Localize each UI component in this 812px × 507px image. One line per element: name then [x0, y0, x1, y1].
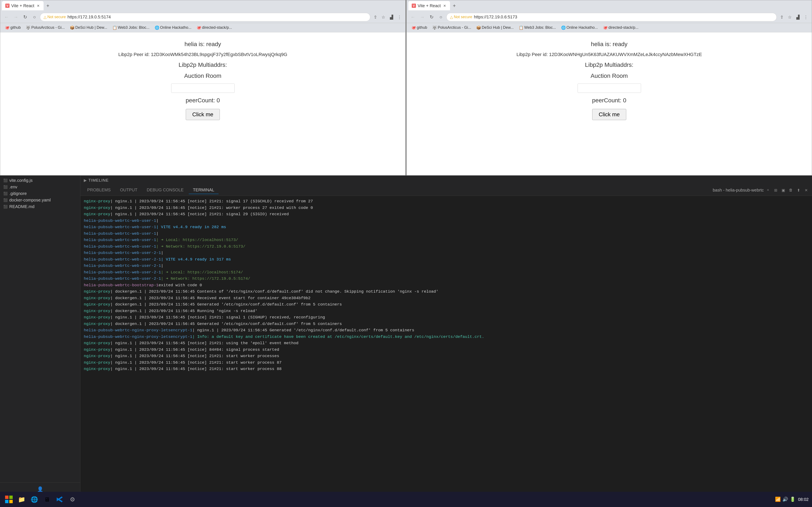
taskbar-terminal[interactable]: 🖥 [42, 494, 52, 505]
bookmark-github-left[interactable]: 🐙 github [3, 24, 23, 31]
vscode-main: ▶ TIMELINE PROBLEMS OUTPUT DEBUG CONSOLE… [81, 175, 812, 507]
peer-id-right: Libp2p Peer id: 12D3KooWNHgUn5K63fUAZAKU… [516, 52, 702, 57]
nav-icons-left: ⇧ ☆ ▟ ⋮ [372, 14, 403, 20]
terminal-prefix: nginx-proxy [84, 211, 110, 217]
forward-btn-right[interactable]: → [418, 13, 426, 21]
bookmark-icon-right-2: 📦 [476, 25, 481, 30]
tab-debug-console[interactable]: DEBUG CONSOLE [142, 186, 188, 194]
terminal-log-content: | dockergen.1 | 2023/09/24 11:56:45 Cont… [110, 289, 438, 295]
refresh-btn-left[interactable]: ↻ [21, 13, 29, 21]
home-btn-right[interactable]: ○ [437, 13, 445, 21]
vscode-sidebar: ⬛ vite.config.js ⬛ .env ⬛ .gitignore ⬛ d… [0, 175, 81, 507]
env-icon: ⬛ [3, 185, 8, 189]
terminal-prefix: helia-pubsub-webrtc-web-user-2-1 [84, 257, 161, 263]
taskbar-settings-2[interactable]: ⚙ [67, 494, 78, 505]
terminal-log-content: | nginx.1 | 2023/09/24 11:56:45 [notice]… [110, 205, 313, 211]
terminal-content[interactable]: nginx-proxy | nginx.1 | 2023/09/24 11:56… [81, 196, 812, 507]
terminal-line: nginx-proxy | dockergen.1 | 2023/09/24 1… [84, 321, 809, 327]
terminal-log-content: | VITE v4.4.9 ready in 282 ms [156, 224, 226, 230]
new-tab-btn-right[interactable]: + [450, 2, 458, 9]
bookmark-desci-left[interactable]: 📦 DeSci Hub | Dew... [68, 24, 109, 31]
star-icon-right[interactable]: ☆ [786, 14, 793, 20]
timeline-section[interactable]: ▶ TIMELINE [81, 175, 812, 185]
bookmark-icon-right-1: 🐺 [432, 25, 437, 30]
bookmark-web3-right[interactable]: 📋 Web3 Jobs: Bloc... [517, 24, 558, 31]
bookmark-polus-right[interactable]: 🐺 PolusArcticus - Gi... [430, 24, 473, 31]
bookmark-desci-right[interactable]: 📦 DeSci Hub | Dew... [474, 24, 516, 31]
menu-icon-right[interactable]: ⋮ [803, 14, 809, 20]
file-item-gitignore[interactable]: ⬛ .gitignore [0, 190, 80, 197]
timeline-label: TIMELINE [89, 178, 109, 183]
svg-rect-0 [5, 496, 8, 499]
file-item-viteconfig[interactable]: ⬛ vite.config.js [0, 177, 80, 184]
star-icon-left[interactable]: ☆ [380, 14, 387, 20]
add-terminal-icon[interactable]: + [765, 187, 771, 194]
bookmark-directed-right[interactable]: 🐙 directed-stack/p... [601, 24, 641, 31]
address-bar-right[interactable]: △ Not secure https://172.19.0.6:5173 [446, 13, 777, 21]
maximize-panel-icon[interactable]: ⬆ [795, 187, 802, 194]
svg-rect-2 [5, 500, 8, 503]
taskbar-chromium[interactable]: 🌐 [29, 494, 40, 505]
terminal-line: helia-pubsub-webrtc-nginx-proxy-letsencr… [84, 334, 809, 340]
svg-rect-3 [9, 500, 13, 503]
bookmark-icon-left-4: 🌐 [155, 25, 159, 30]
bookmark-web3-left[interactable]: 📋 Web3 Jobs: Bloc... [110, 24, 152, 31]
tab-problems[interactable]: PROBLEMS [83, 186, 115, 194]
network-sys-icon[interactable]: 📶 [775, 497, 781, 502]
close-panel-icon[interactable]: ✕ [803, 187, 809, 194]
terminal-log-content: | nginx.1 | 2023/09/24 11:56:45 [notice]… [110, 353, 279, 359]
share-icon-left[interactable]: ⇧ [372, 14, 379, 20]
click-me-btn-left[interactable]: Click me [186, 109, 220, 120]
tab-terminal[interactable]: TERMINAL [189, 186, 218, 194]
bookmark-icon-left-2: 📦 [70, 25, 74, 30]
file-item-readme[interactable]: ⬛ README.md [0, 204, 80, 210]
terminal-prefix: helia-pubsub-webrtc-web-user-2-1 [84, 276, 161, 282]
taskbar-clock[interactable]: 08:02 [798, 497, 809, 502]
terminal-prefix: nginx-proxy [84, 347, 110, 353]
trash-icon[interactable]: 🗑 [788, 187, 794, 194]
bookmark-hackathon-left[interactable]: 🌐 Online Hackatho... [153, 24, 194, 31]
taskbar-vscode[interactable] [54, 494, 65, 505]
terminal-prefix: nginx-proxy [84, 289, 110, 295]
menu-icon-left[interactable]: ⋮ [396, 14, 403, 20]
extensions-icon-right[interactable]: ▟ [795, 14, 801, 20]
bookmarks-bar-right: 🐙 github 🐺 PolusArcticus - Gi... 📦 DeSci… [407, 23, 812, 32]
bookmark-icon-right-4: 🌐 [561, 25, 566, 30]
back-btn-right[interactable]: ← [409, 13, 417, 21]
back-btn-left[interactable]: ← [3, 13, 10, 21]
peer-count-left: peerCount: 0 [186, 97, 220, 104]
click-me-btn-right[interactable]: Click me [592, 109, 626, 120]
bookmark-polus-left[interactable]: 🐺 PolusArcticus - Gi... [24, 24, 67, 31]
forward-btn-left[interactable]: → [12, 13, 20, 21]
split-terminal-icon[interactable]: ⊞ [772, 187, 779, 194]
home-btn-left[interactable]: ○ [31, 13, 38, 21]
refresh-btn-right[interactable]: ↻ [428, 13, 436, 21]
taskbar-files[interactable]: 📁 [16, 494, 27, 505]
tab-left[interactable]: V Vite + React ✕ [2, 1, 44, 10]
address-bar-left[interactable]: △ Not secure https://172.19.0.5:5174 [40, 13, 370, 21]
terminal-prefix: nginx-proxy [84, 353, 110, 359]
svg-rect-1 [9, 496, 13, 499]
tab-right[interactable]: V Vite + React ✕ [408, 1, 450, 10]
layout-icon[interactable]: ▣ [780, 187, 786, 194]
bookmark-directed-left[interactable]: 🐙 directed-stack/p... [194, 24, 234, 31]
file-item-docker[interactable]: ⬛ docker-compose.yaml [0, 197, 80, 204]
new-tab-btn-left[interactable]: + [44, 2, 52, 9]
share-icon-right[interactable]: ⇧ [778, 14, 785, 20]
file-item-env[interactable]: ⬛ .env [0, 184, 80, 190]
terminal-line: nginx-proxy | nginx.1 | 2023/09/24 11:56… [84, 347, 809, 353]
auction-room-input-right[interactable] [577, 83, 641, 93]
auction-room-input-left[interactable] [171, 83, 235, 93]
bookmark-github-right[interactable]: 🐙 github [409, 24, 429, 31]
bookmark-hackathon-right[interactable]: 🌐 Online Hackatho... [559, 24, 600, 31]
extensions-icon-left[interactable]: ▟ [388, 14, 395, 20]
terminal-prefix: helia-pubsub-webrtc-web-user-2-1 [84, 269, 161, 276]
battery-sys-icon[interactable]: 🔋 [790, 497, 796, 502]
tab-close-left[interactable]: ✕ [36, 4, 40, 8]
tab-output[interactable]: OUTPUT [116, 186, 142, 194]
tab-close-right[interactable]: ✕ [442, 4, 447, 8]
volume-sys-icon[interactable]: 🔊 [782, 497, 788, 502]
taskbar-start[interactable] [3, 494, 14, 505]
terminal-log-content: | nginx.1 | 2023/09/24 11:56:45 [notice]… [110, 211, 289, 217]
tab-title-left: Vite + React [11, 3, 34, 8]
